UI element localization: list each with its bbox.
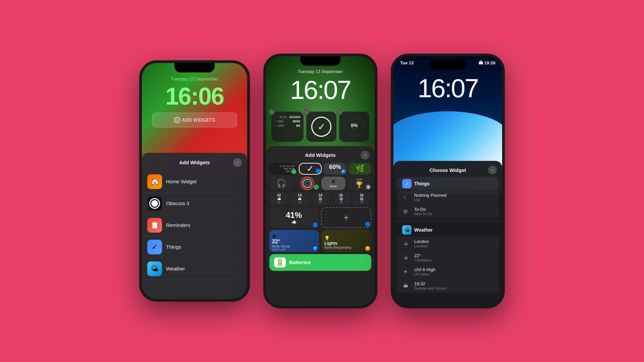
widget-minus-icon[interactable]: − <box>269 109 275 115</box>
weather-widget-label: Weather <box>166 266 185 272</box>
plus-circle-icon: + <box>174 117 180 123</box>
p3-time: 16:07 <box>393 73 502 104</box>
fitness-mini-widget[interactable]: →KCAL 411/410 ↑MIN 50/30 ↑HRS 5/6 ✓ <box>269 163 297 175</box>
cal-day-13[interactable]: 13 ☁️ 23 <box>290 192 310 205</box>
batteries-bar[interactable]: 🔋 Batteries <box>269 254 371 271</box>
conditions-title: 22° <box>414 253 493 258</box>
cup-badge: ⏰ <box>366 185 371 189</box>
sunrise-sub: Sunrise and Sunset <box>414 286 493 290</box>
reminders-widget-label: Reminders <box>166 222 191 228</box>
home-widget-icon: 🏠 <box>147 174 162 189</box>
fitness-widget[interactable]: − → KCAL 411/410 ↑ MIN 50/30 ↑ HRS 5/6 <box>271 112 304 142</box>
p1-date: Tuesday 13 September <box>142 76 247 81</box>
sunrise-icon: 🏔 <box>404 283 408 288</box>
add-widgets-label: ADD WIDGETS <box>182 117 215 123</box>
phone-3: Tue 13 🏔 19:28 16:07 Choose Widget × ✓ T… <box>391 54 505 308</box>
percent-widget[interactable]: − 0% ↑ <box>339 112 369 142</box>
cw-item-uvi[interactable]: ☀ UVI 6 High UV Index <box>397 265 499 279</box>
things-app-icon: ✓ <box>402 179 412 188</box>
dynamic-island <box>429 60 466 70</box>
list-item[interactable]: Obscura 3 <box>142 193 247 215</box>
p3-status-right: 🏔 19:28 <box>479 60 495 65</box>
check-widget[interactable]: − ✓ <box>306 112 336 142</box>
cw-close-button[interactable]: × <box>488 166 497 174</box>
volume-down-button-3[interactable] <box>391 117 392 133</box>
percent-mini-widget[interactable]: 60% ↑ 🌊 <box>324 163 346 175</box>
weather-widget-icon: 🌤 <box>147 261 162 276</box>
todo-title: To-Do <box>414 207 493 212</box>
london-sub: Location <box>414 244 493 248</box>
volume-down-button[interactable] <box>139 123 141 140</box>
location-icon: 🌤 <box>404 241 408 246</box>
power-button[interactable] <box>249 113 250 140</box>
widget-minus-icon-3[interactable]: − <box>336 109 342 115</box>
notch-2 <box>300 56 340 66</box>
pct-41-widget[interactable]: 41% ☁️ ✓ <box>269 207 318 228</box>
things-widget-icon: ✓ <box>147 240 162 254</box>
headphones-widget[interactable]: 🎧 <box>269 177 293 190</box>
cal-day-14[interactable]: 14 ⚙️ 24 <box>311 192 330 205</box>
list-item[interactable]: ✓ Things <box>142 236 247 258</box>
obscura-widget-label: Obscura 3 <box>166 200 189 206</box>
phone-3-screen: Tue 13 🏔 19:28 16:07 Choose Widget × ✓ T… <box>393 56 502 306</box>
percent-ring: 0% ↑ <box>344 117 364 137</box>
volume-up-button-2[interactable] <box>263 97 265 113</box>
home-widget-label: Home Widget <box>166 179 197 184</box>
p2-close-button[interactable]: × <box>361 151 369 160</box>
phone-2-screen: Tuesday 13 September 16:07 − → KCAL 411/… <box>266 56 375 306</box>
phone-1-screen: Tuesday 13 September 16:06 + ADD WIDGETS… <box>142 63 247 299</box>
volume-down-button-2[interactable] <box>263 117 265 133</box>
cal-day-15[interactable]: 15 ⚙️ 25 <box>331 192 351 205</box>
cal-day-16[interactable]: 16 ⚙️ 24 <box>352 192 371 205</box>
p2-widget-row: − → KCAL 411/410 ↑ MIN 50/30 ↑ HRS 5/6 <box>271 112 369 142</box>
cal-day-12[interactable]: 12 ☁️ 22 <box>269 192 289 205</box>
lights-widget-p2[interactable]: 💡 Lights None Responding 💡 <box>322 230 371 252</box>
notch <box>174 63 215 72</box>
cw-items-container: ✓ Things ≡ Nothing Planned List To-Do Ne… <box>393 177 502 293</box>
list-icon: ≡ <box>404 195 406 200</box>
none-widget[interactable]: 🖥 None <box>321 177 345 190</box>
list-item[interactable]: 📋 Reminders <box>142 215 247 236</box>
add-widgets-button[interactable]: + ADD WIDGETS <box>152 113 237 127</box>
obscura-widget-icon <box>147 196 162 211</box>
cw-item-nothing-planned[interactable]: ≡ Nothing Planned List <box>397 190 499 204</box>
sunrise-title: 19:32 <box>414 281 493 286</box>
todo-icon <box>404 209 408 214</box>
p2-time: 16:07 <box>266 75 375 105</box>
volume-up-button-3[interactable] <box>391 97 392 113</box>
p3-weather-icon: 🏔 <box>479 60 483 65</box>
power-button-2[interactable] <box>376 107 377 133</box>
list-item[interactable]: 🏠 Home Widget <box>142 171 247 193</box>
target-badge: 🗓 <box>314 185 319 189</box>
weather-app-name: Weather <box>414 227 433 233</box>
p3-status-date: Tue 13 <box>400 60 414 65</box>
cw-item-todo[interactable]: To-Do New To-Do <box>397 204 499 218</box>
weather-widget-p2[interactable]: 🌤 22° Partly Cloudy H:31° L:18° 🌊 <box>269 230 319 252</box>
cw-title: Choose Widget <box>408 167 488 173</box>
target-widget[interactable]: 🗓 <box>296 177 320 190</box>
leaf-mini-widget[interactable]: 🌿 <box>348 163 371 175</box>
widget-minus-icon-2[interactable]: − <box>304 109 310 115</box>
p2-add-widgets-drawer: Add Widgets × →KCAL 411/410 ↑MIN 50/30 ↑… <box>266 146 375 306</box>
phone-1: Tuesday 13 September 16:06 + ADD WIDGETS… <box>139 60 250 302</box>
checkmark-icon: ✓ <box>311 117 331 137</box>
todo-sub: New To-Do <box>414 212 493 216</box>
cw-item-sunrise[interactable]: 🏔 19:32 Sunrise and Sunset <box>397 279 499 293</box>
nothing-planned-sub: List <box>414 198 493 202</box>
weather-badge: 🌊 <box>313 246 318 251</box>
volume-up-button[interactable] <box>139 103 141 120</box>
plus-badge: ✓ <box>365 222 370 227</box>
uvi-icon: ☀ <box>404 269 408 274</box>
uvi-sub: UV Index <box>414 272 493 276</box>
check-mini-widget[interactable]: ✓ ✓ <box>299 163 322 175</box>
cup-widget[interactable]: CUP 🏆 ⏰ <box>347 177 372 190</box>
choose-widget-panel: Choose Widget × ✓ Things ≡ Nothing Plann… <box>393 161 502 306</box>
list-item[interactable]: 🌤 Weather <box>142 258 247 280</box>
add-widget-plus[interactable]: + ✓ <box>321 207 371 228</box>
cw-item-london[interactable]: 🌤 London Location <box>397 237 499 250</box>
drawer-close-button[interactable]: × <box>233 158 242 167</box>
cw-item-conditions[interactable]: 🌤 22° Conditions <box>397 251 499 264</box>
power-button-3[interactable] <box>503 107 505 133</box>
london-title: London <box>414 239 493 244</box>
cw-header: Choose Widget × <box>393 161 502 177</box>
